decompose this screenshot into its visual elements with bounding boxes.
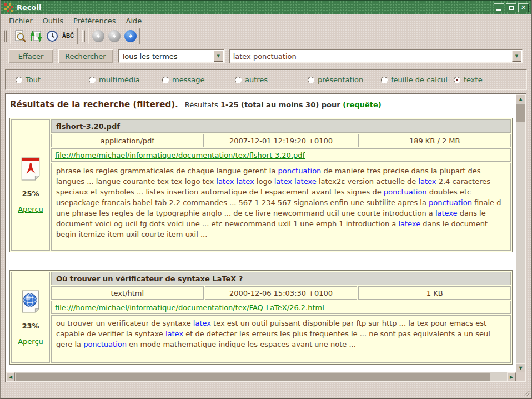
result-date: 2007-12-01 12:19:20 +0100 [205, 134, 358, 147]
previous-page-button[interactable] [106, 29, 122, 43]
document-history-button[interactable] [44, 29, 60, 43]
result-meta-row: text/html 2000-12-06 15:03:30 +0100 1 KB [51, 286, 511, 300]
radio-icon[interactable] [308, 77, 314, 83]
toolbar-group-tools: ÂBĈ [10, 28, 78, 44]
query-link[interactable]: (requête) [343, 101, 382, 109]
scroll-right-icon[interactable]: ▶ [507, 372, 516, 381]
result-title: flshort-3.20.pdf [51, 119, 511, 133]
menu-aide[interactable]: Aide [121, 16, 147, 26]
chevron-down-icon[interactable]: ▼ [214, 51, 223, 62]
recoll-window: Recoll ✕ FichierOutilsPréférencesAide [0, 0, 532, 399]
result-entry-body: Où trouver un vérificateur de syntaxe La… [51, 272, 511, 363]
toolbar-group-nav [88, 28, 140, 44]
result-snippet: ou trouver un verificateur de syntaxe la… [51, 315, 511, 363]
result-entries: 25% Aperçu flshort-3.20.pdf application/… [6, 118, 516, 365]
toolbar-handle[interactable] [4, 30, 9, 42]
term-explorer-button[interactable]: ÂBĈ [60, 29, 76, 43]
pdf-file-icon [20, 157, 41, 181]
toolbar-handle[interactable] [82, 30, 87, 42]
result-entry: 23% Aperçu Où trouver un vérificateur de… [9, 270, 513, 365]
recoll-app-icon [4, 3, 13, 12]
search-mode-select[interactable]: Tous les termes ▼ [118, 49, 225, 63]
radio-icon[interactable] [381, 77, 388, 83]
search-query-combo: ▼ [229, 49, 523, 63]
preview-link[interactable]: Aperçu [18, 205, 43, 213]
term-explorer-icon: ÂBĈ [62, 33, 74, 39]
next-page-button[interactable] [122, 29, 138, 43]
highlighted-term: latexe [435, 209, 458, 217]
close-icon: ✕ [521, 4, 526, 11]
result-mime-type: text/html [51, 286, 204, 300]
highlighted-term: latexe [398, 220, 420, 228]
advanced-search-button[interactable] [12, 29, 28, 43]
search-button[interactable]: Rechercher [58, 49, 113, 63]
results-heading: Résultats de la recherche (filtered). [10, 99, 178, 109]
results-frame: Résultats de la recherche (filtered). Ré… [5, 93, 526, 382]
vertical-scrollbar[interactable]: ▲ ▼ [516, 94, 525, 372]
scroll-down-icon[interactable]: ▼ [516, 363, 525, 372]
filter-radio-tout[interactable]: Tout [16, 76, 41, 84]
filter-radio-message[interactable]: message [162, 76, 204, 84]
doc-type-icon [20, 290, 41, 315]
sort-parameters-icon [29, 29, 43, 43]
radio-icon[interactable] [162, 77, 169, 83]
preview-link[interactable]: Aperçu [18, 337, 43, 346]
resize-grip-icon[interactable] [522, 388, 530, 396]
horizontal-scroll-thumb[interactable] [15, 372, 490, 381]
menu-fichier[interactable]: Fichier [4, 16, 38, 26]
filter-radio-presentation[interactable]: présentation [308, 76, 363, 84]
relevance-percent: 23% [22, 322, 39, 330]
search-mode-value: Tous les termes [119, 52, 214, 61]
vertical-scroll-thumb[interactable] [516, 103, 525, 122]
result-mime-type: application/pdf [51, 134, 204, 147]
radio-icon[interactable] [454, 77, 460, 83]
radio-icon[interactable] [89, 77, 96, 83]
filter-radio-feuilledecalcul[interactable]: feuille de calcul [381, 76, 448, 84]
result-size: 189 KB / 2 MB [358, 134, 511, 147]
radio-label: présentation [318, 76, 363, 84]
results-summary: Résultats 1-25 (total au moins 30) pour … [185, 101, 382, 109]
result-url-link[interactable]: file:///home/michael/informatique/docume… [55, 151, 305, 159]
status-bar [1, 382, 531, 398]
radio-label: Tout [26, 76, 41, 84]
search-input[interactable] [230, 52, 512, 61]
previous-page-icon [108, 30, 121, 42]
sort-parameters-button[interactable] [28, 29, 44, 43]
highlighted-term: ponctuation [429, 198, 472, 207]
radio-icon[interactable] [235, 77, 242, 83]
filter-radio-multimedia[interactable]: multimédia [89, 76, 140, 84]
window-title: Recoll [17, 3, 492, 12]
clear-button[interactable]: Effacer [8, 49, 53, 63]
filter-radio-autres[interactable]: autres [235, 76, 268, 84]
result-url-cell: file:///home/michael/informatique/docume… [51, 148, 511, 162]
maximize-icon [509, 6, 514, 10]
search-row: Effacer Rechercher Tous les termes ▼ ▼ [1, 44, 531, 66]
result-url-cell: file:///home/michael/informatique/docume… [51, 301, 511, 314]
minimize-icon [496, 9, 501, 11]
menu-outils[interactable]: Outils [38, 16, 69, 26]
result-entry-sidebar: 25% Aperçu [11, 119, 50, 251]
radio-label: multimédia [99, 76, 140, 84]
doc-type-icon [20, 157, 41, 182]
toolbar: ÂBĈ [1, 27, 531, 44]
chevron-down-icon[interactable]: ▼ [512, 51, 521, 62]
menu-bar: FichierOutilsPréférencesAide [1, 14, 531, 27]
filter-radio-texte[interactable]: texte [454, 76, 483, 84]
document-history-icon [46, 29, 59, 43]
horizontal-scrollbar[interactable]: ◀ ▶ [6, 372, 516, 381]
close-button[interactable]: ✕ [518, 3, 529, 12]
radio-label: message [172, 76, 204, 84]
maximize-button[interactable] [506, 3, 516, 12]
scrollbar-corner [516, 372, 525, 381]
result-url-link[interactable]: file:///home/michael/informatique/docume… [55, 303, 324, 312]
radio-label: autres [245, 76, 268, 84]
first-page-button[interactable] [90, 29, 106, 43]
menu-preferences[interactable]: Préférences [68, 16, 121, 26]
minimize-button[interactable] [494, 3, 504, 12]
radio-icon[interactable] [16, 77, 22, 83]
results-header: Résultats de la recherche (filtered). Ré… [6, 94, 516, 109]
html-file-icon [20, 290, 41, 313]
next-page-icon [124, 30, 137, 42]
scroll-up-icon[interactable]: ▲ [516, 94, 525, 103]
scroll-left-icon[interactable]: ◀ [6, 372, 15, 381]
